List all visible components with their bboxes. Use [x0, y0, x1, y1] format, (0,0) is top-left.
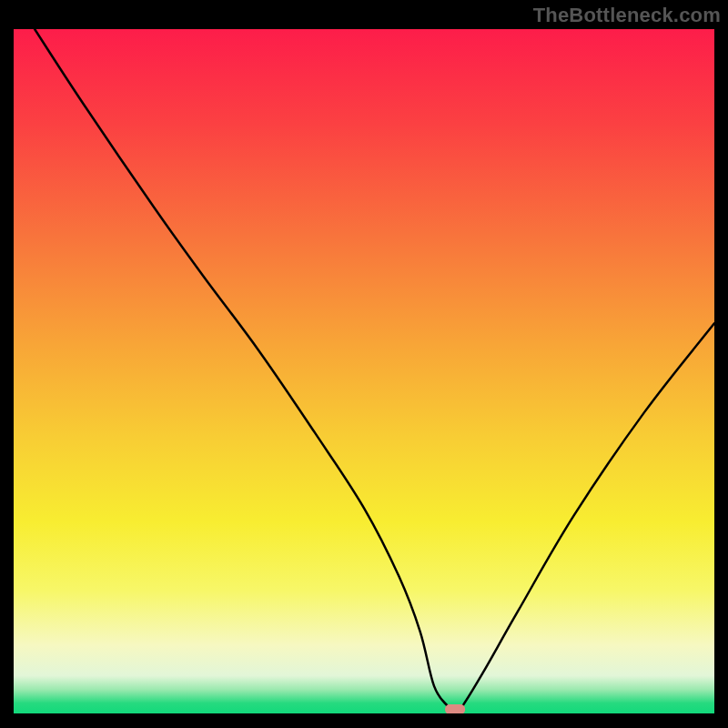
optimal-marker — [445, 704, 465, 713]
watermark-text: TheBottleneck.com — [533, 4, 721, 27]
chart-frame — [14, 29, 714, 713]
chart-background — [14, 29, 714, 713]
bottleneck-chart — [14, 29, 714, 713]
